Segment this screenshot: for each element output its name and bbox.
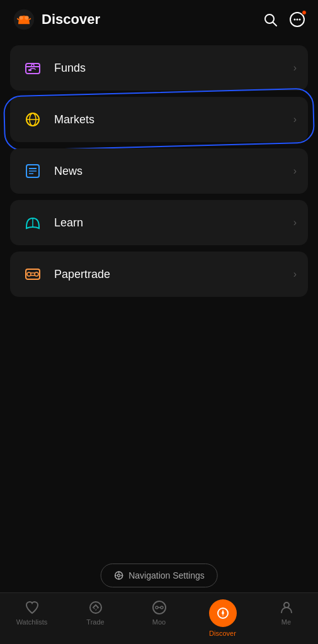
nav-settings-label: Navigation Settings	[128, 570, 205, 580]
svg-point-11	[31, 64, 34, 67]
tab-discover[interactable]: Discover	[198, 599, 248, 637]
nav-settings-button[interactable]: Navigation Settings	[100, 564, 218, 587]
menu-item-funds[interactable]: Funds ›	[10, 45, 308, 91]
funds-left: Funds	[21, 57, 86, 79]
me-tab-label: Me	[281, 618, 291, 626]
moo-tab-label: Moo	[152, 618, 166, 626]
learn-chevron: ›	[293, 217, 297, 228]
svg-line-4	[273, 23, 277, 26]
trade-tab-label: Trade	[86, 618, 104, 626]
header-actions	[263, 11, 305, 28]
svg-point-1	[19, 16, 23, 19]
trade-icon	[88, 600, 103, 615]
person-icon	[279, 600, 294, 615]
news-left: News	[21, 160, 82, 182]
svg-point-22	[35, 272, 38, 276]
messages-button[interactable]	[289, 11, 305, 28]
funds-icon	[23, 58, 42, 77]
svg-point-2	[25, 16, 28, 19]
menu-item-learn[interactable]: Learn ›	[10, 200, 308, 245]
svg-point-21	[27, 272, 31, 276]
learn-icon-wrap	[21, 211, 44, 234]
papertrade-left: Papertrade	[21, 263, 110, 286]
discover-icon-wrap	[209, 599, 237, 627]
tab-bar: Watchlists Trade Moo	[0, 592, 318, 644]
compass-icon	[216, 606, 230, 620]
discover-active-bg	[209, 599, 237, 627]
funds-label: Funds	[54, 62, 86, 75]
learn-left: Learn	[21, 211, 83, 234]
watchlists-icon-wrap	[24, 599, 40, 616]
markets-label: Markets	[54, 113, 94, 126]
search-icon	[263, 12, 278, 27]
svg-point-38	[284, 602, 289, 608]
header: Discover	[0, 0, 318, 39]
search-button[interactable]	[263, 12, 278, 27]
menu-list: Funds › Markets ›	[0, 39, 318, 303]
funds-chevron: ›	[293, 62, 297, 74]
app-logo	[13, 8, 35, 31]
tab-trade[interactable]: Trade	[71, 599, 121, 626]
me-icon-wrap	[278, 599, 295, 616]
page-title: Discover	[42, 11, 100, 28]
markets-chevron: ›	[293, 114, 297, 125]
moo-icon	[151, 599, 168, 616]
tab-moo[interactable]: Moo	[134, 599, 185, 626]
papertrade-label: Papertrade	[54, 268, 110, 281]
discover-tab-label: Discover	[209, 630, 236, 637]
svg-point-7	[297, 19, 298, 21]
papertrade-icon	[23, 265, 42, 284]
svg-point-8	[299, 19, 301, 21]
svg-point-31	[90, 602, 101, 613]
menu-item-papertrade[interactable]: Papertrade ›	[10, 252, 308, 297]
markets-left: Markets	[21, 108, 94, 131]
news-label: News	[54, 165, 82, 178]
notification-dot	[302, 10, 307, 15]
tab-watchlists[interactable]: Watchlists	[7, 599, 57, 626]
svg-point-26	[117, 574, 120, 577]
papertrade-chevron: ›	[293, 269, 297, 280]
learn-label: Learn	[54, 216, 83, 230]
moo-icon-wrap	[151, 599, 168, 616]
markets-icon-wrap	[21, 108, 44, 131]
news-chevron: ›	[293, 165, 297, 177]
svg-rect-20	[26, 269, 40, 279]
nav-settings-wrap: Navigation Settings	[100, 564, 218, 587]
tab-me[interactable]: Me	[261, 599, 312, 626]
news-icon	[23, 162, 42, 180]
nav-settings-icon	[113, 570, 123, 580]
svg-point-33	[156, 606, 158, 609]
watchlists-tab-label: Watchlists	[16, 618, 48, 626]
svg-point-6	[294, 19, 296, 21]
header-left: Discover	[13, 8, 100, 31]
svg-point-34	[161, 606, 163, 609]
menu-item-markets[interactable]: Markets ›	[10, 97, 308, 142]
funds-icon-wrap	[21, 57, 44, 79]
markets-icon	[23, 110, 42, 129]
learn-icon	[23, 213, 42, 232]
news-icon-wrap	[21, 160, 44, 182]
trade-icon-wrap	[88, 599, 104, 616]
heart-icon	[25, 600, 40, 615]
papertrade-icon-wrap	[21, 263, 44, 286]
menu-item-news[interactable]: News ›	[10, 148, 308, 194]
